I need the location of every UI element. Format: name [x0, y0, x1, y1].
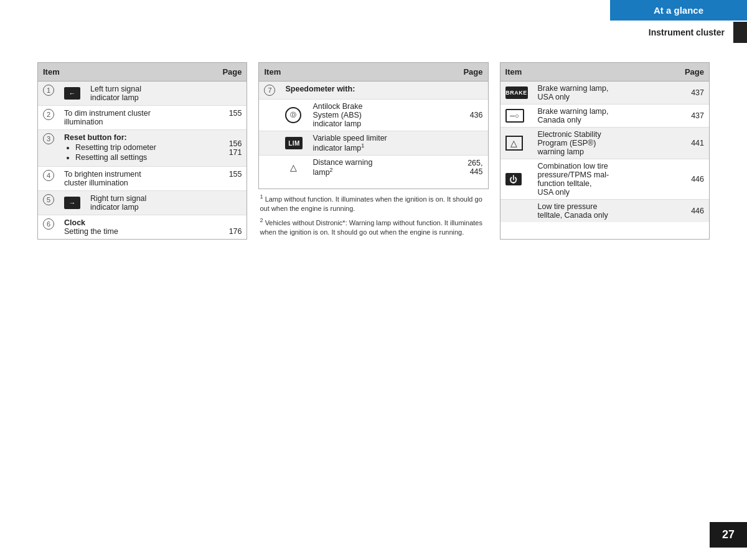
table-row: 4 To brighten instrumentcluster illumina… — [38, 167, 247, 191]
list-item: Resetting trip odometer — [75, 143, 212, 152]
right-table: Item Page BRAKE Brake warning lamp,USA o… — [500, 62, 710, 240]
row-icon: △ — [280, 156, 308, 180]
row-item: Right turn signalindicator lamp — [85, 191, 217, 215]
table-row: Low tire pressuretelltale, Canada only 4… — [500, 200, 709, 223]
tire-power-icon: ⏻ — [505, 173, 522, 185]
table-row: 5 → Right turn signalindicator lamp — [38, 191, 247, 215]
row-item: Reset button for: Resetting trip odomete… — [59, 130, 217, 167]
table-row: △ Distance warninglamp2 265,445 — [259, 156, 487, 180]
row-icon: ─○ — [500, 105, 533, 128]
row-num: 2 — [38, 106, 59, 130]
table-row: 2 To dim instrument clusterillumination … — [38, 106, 247, 130]
row-page: 446 — [680, 200, 709, 223]
row-icon: Ⓓ — [280, 100, 308, 131]
row-icon: △ — [500, 128, 533, 159]
list-item: Resetting all settings — [75, 153, 212, 162]
row-item: Distance warninglamp2 — [308, 156, 458, 180]
triangle-icon: △ — [285, 161, 301, 174]
row-icon: BRAKE — [500, 82, 533, 105]
row-page: 265,445 — [458, 156, 487, 180]
table-row: BRAKE Brake warning lamp,USA only 437 — [500, 82, 709, 105]
table-row: ⏻ Combination low tirepressure/TPMS mal-… — [500, 159, 709, 200]
middle-section: Item Page 7 Speedometer with: — [258, 62, 488, 240]
lim-icon: LIM — [285, 137, 303, 149]
row-page: 156171 — [217, 130, 247, 167]
bullet-list: Resetting trip odometer Resetting all se… — [64, 143, 212, 162]
at-a-glance-bar: At a glance — [610, 0, 747, 21]
row-page — [458, 82, 487, 100]
right-table-item-header: Item — [500, 63, 680, 82]
table-row: Ⓓ Antilock BrakeSystem (ABS)indicator la… — [259, 100, 487, 131]
middle-table-page-header: Page — [458, 63, 487, 82]
row-item: To dim instrument clusterillumination — [59, 106, 217, 130]
table-row: △ Electronic StabilityProgram (ESP®)warn… — [500, 128, 709, 159]
row-page — [458, 131, 487, 156]
brake-outline-icon: ─○ — [505, 109, 524, 123]
row-item: Low tire pressuretelltale, Canada only — [533, 200, 680, 223]
row-num: 3 — [38, 130, 59, 167]
main-content: Item Page 1 ← Left turn signalindicator … — [37, 62, 710, 240]
footnote-1: 1 Lamp without function. It illuminates … — [260, 193, 487, 213]
row-num: 6 — [38, 215, 59, 240]
left-table: Item Page 1 ← Left turn signalindicator … — [37, 62, 247, 240]
header: At a glance Instrument cluster — [610, 0, 747, 43]
row-num — [259, 156, 280, 180]
row-item: Combination low tirepressure/TPMS mal-fu… — [533, 159, 680, 200]
row-page: 441 — [680, 128, 709, 159]
footnote-area: 1 Lamp without function. It illuminates … — [258, 193, 488, 240]
row-page: 436 — [458, 100, 487, 131]
table-row: ─○ Brake warning lamp,Canada only 437 — [500, 105, 709, 128]
row-page: 155 — [217, 106, 247, 130]
table-row: 1 ← Left turn signalindicator lamp — [38, 82, 247, 106]
row-page: 176 — [217, 215, 247, 240]
row-num — [259, 131, 280, 156]
row-item: Speedometer with: — [280, 82, 458, 100]
row-num — [259, 100, 280, 131]
row-page — [217, 82, 247, 106]
row-item: Antilock BrakeSystem (ABS)indicator lamp — [308, 100, 458, 131]
table-row: 3 Reset button for: Resetting trip odome… — [38, 130, 247, 167]
right-table-page-header: Page — [680, 63, 709, 82]
left-table-item-header: Item — [38, 63, 217, 82]
row-item: Clock Setting the time — [59, 215, 217, 240]
row-page: 155 — [217, 167, 247, 191]
brake-icon: BRAKE — [505, 86, 528, 99]
table-row: 6 Clock Setting the time 176 — [38, 215, 247, 240]
row-num: 7 — [259, 82, 280, 100]
row-item: Brake warning lamp,USA only — [533, 82, 680, 105]
row-item: Left turn signalindicator lamp — [85, 82, 217, 106]
row-icon: → — [59, 191, 85, 215]
row-num: 5 — [38, 191, 59, 215]
row-item: Variable speed limiterindicator lamp1 — [308, 131, 458, 156]
row-item: Electronic StabilityProgram (ESP®)warnin… — [533, 128, 680, 159]
left-table-page-header: Page — [217, 63, 247, 82]
row-page: 437 — [680, 82, 709, 105]
footnote-2: 2 Vehicles without Distronic*: Warning l… — [260, 217, 487, 237]
row-page: 446 — [680, 159, 709, 200]
middle-table-item-header: Item — [259, 63, 458, 82]
row-icon — [500, 200, 533, 223]
row-icon: LIM — [280, 131, 308, 156]
instrument-cluster-bar: Instrument cluster — [649, 22, 747, 43]
row-item: Brake warning lamp,Canada only — [533, 105, 680, 128]
row-page — [217, 191, 247, 215]
page-number: 27 — [710, 522, 747, 548]
left-arrow-icon: ← — [64, 87, 80, 100]
row-icon: ← — [59, 82, 85, 106]
table-row: 7 Speedometer with: — [259, 82, 487, 100]
row-item: To brighten instrumentcluster illuminati… — [59, 167, 217, 191]
row-num: 4 — [38, 167, 59, 191]
section-marker — [733, 22, 747, 43]
row-num: 1 — [38, 82, 59, 106]
table-row: LIM Variable speed limiterindicator lamp… — [259, 131, 487, 156]
abs-icon: Ⓓ — [285, 107, 301, 123]
middle-table: Item Page 7 Speedometer with: — [258, 62, 488, 189]
right-arrow-icon: → — [64, 197, 80, 209]
row-icon: ⏻ — [500, 159, 533, 200]
esp-triangle-icon: △ — [505, 136, 523, 151]
row-page: 437 — [680, 105, 709, 128]
instrument-cluster-label: Instrument cluster — [649, 24, 733, 40]
